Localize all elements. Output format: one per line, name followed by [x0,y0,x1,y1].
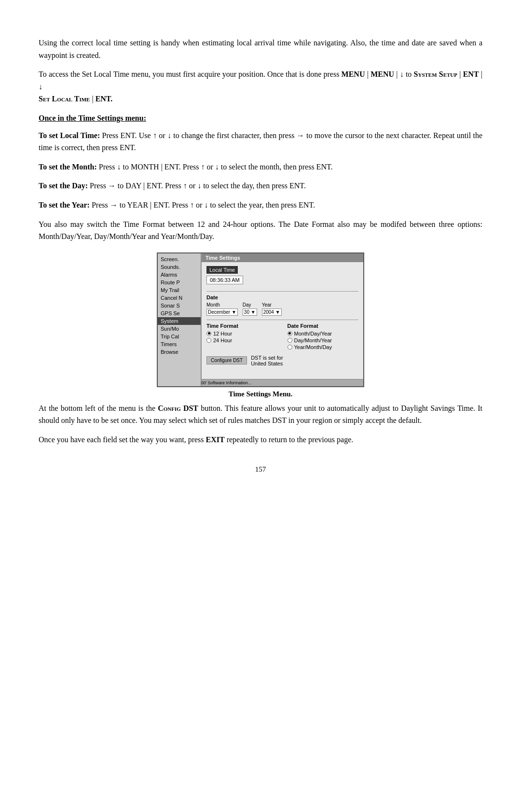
sidebar-item-tripcal: Trip Cal [158,333,201,340]
inst4-label: To set the Year: [39,201,90,209]
dst-text2: United States [251,361,283,366]
sidebar-item-cancel: Cancel N [158,294,201,302]
instruction-4: To set the Year: Press → to YEAR | ENT. … [39,199,482,211]
sidebar-item-gps: GPS Se [158,309,201,317]
date-format-col: Date Format Month/Day/Year Day/Month/Yea… [288,323,359,351]
screenshot-main-panel: Time Settings Local Time 08:36:33 AM Dat… [201,253,363,379]
time-12-row: 12 Hour [206,331,278,336]
p2-menu2: MENU [370,70,394,78]
inst4-text: Press → to YEAR | ENT. Press ↑ or ↓ to s… [90,201,315,209]
p2-sep2: | ↓ to [394,70,414,78]
divider-2 [206,320,358,320]
screenshot-titlebar: Time Settings [202,253,363,262]
screenshot-box: Screen. Sounds. Alarms Route P My Trail … [157,252,364,387]
month-label: Month [206,302,238,308]
instruction-3: To set the Day: Press → to DAY | ENT. Pr… [39,180,482,192]
paragraph-2: To access the Set Local Time menu, you m… [39,68,482,105]
p2-nl-sep: | [90,95,95,103]
inst3-label: To set the Day: [39,182,88,190]
menu-heading: Once in the Time Settings menu: [39,112,482,125]
inst3-text: Press → to DAY | ENT. Press ↑ or ↓ to se… [88,182,306,190]
sidebar-item-alarms: Alarms [158,271,201,279]
divider-1 [206,291,358,292]
sidebar-item-timers: Timers [158,340,201,348]
date-section-label: Date [206,294,358,300]
format-row: Time Format 12 Hour 24 Hour Date Format [206,323,358,351]
dst-text: DST is set for [251,355,283,361]
sidebar-item-screen: Screen. [158,255,201,263]
p2-text: To access the Set Local Time menu, you m… [39,70,342,78]
p2-menu1: MENU [342,70,365,78]
sidebar-item-system: System [158,317,201,325]
month-col: Month December ▼ [206,302,238,316]
sidebar-item-sonar: Sonar S [158,302,201,309]
date-fmt2-row: Day/Month/Year [288,337,359,343]
p2-ent2: ENT. [96,95,113,103]
configure-dst-button[interactable]: Configure DST [206,356,247,364]
radio-dmy[interactable] [288,338,292,343]
sidebar-item-sunmo: Sun/Mo [158,325,201,333]
day-select[interactable]: 30 ▼ [243,308,257,316]
inst2-label: To set the Month: [39,163,97,171]
inst1-label: To set Local Time: [39,131,100,140]
date-fmt3-row: Year/Month/Day [288,344,359,350]
year-value: 2004 [263,309,274,315]
radio-mdy[interactable] [288,331,292,336]
p4-configdst: Config DST [158,404,198,412]
p2-ent1: ENT [463,70,479,78]
time-format-label: Time Format [206,323,278,329]
date-fmt1-label: Month/Day/Year [294,331,332,336]
sidebar-item-mytrail: My Trail [158,286,201,294]
date-format-label: Date Format [288,323,359,329]
time-12-label: 12 Hour [213,331,232,336]
paragraph-4: At the bottom left of the menu is the Co… [39,402,482,427]
p2-sep1: | [365,70,370,78]
screenshot-sidebar: Screen. Sounds. Alarms Route P My Trail … [158,253,201,386]
month-select[interactable]: December ▼ [206,308,238,316]
paragraph-5: Once you have each field set the way you… [39,434,482,446]
sidebar-item-sounds: Sounds. [158,263,201,271]
radio-ymd[interactable] [288,345,292,350]
paragraph-3: You also may switch the Time Format betw… [39,218,482,243]
date-fmt2-label: Day/Month/Year [294,337,332,343]
p5-exit: EXIT [206,435,225,444]
p2-sep3: | [457,70,463,78]
local-time-value: 08:36:33 AM [206,276,243,284]
sidebar-item-routep: Route P [158,279,201,286]
month-value: December [208,309,230,315]
screenshot-container: Screen. Sounds. Alarms Route P My Trail … [39,252,482,398]
day-col: Day 30 ▼ [243,302,257,316]
instruction-1: To set Local Time: Press ENT. Use ↑ or ↓… [39,129,482,154]
p2-setlocaltime: Set Local Time [39,95,90,103]
page-number: 157 [39,465,482,474]
screenshot-caption: Time Settings Menu. [229,390,293,398]
radio-12hour[interactable] [206,331,211,336]
p2-syssetup: System Setup [414,70,457,78]
time-format-col: Time Format 12 Hour 24 Hour [206,323,278,351]
p5-pre: Once you have each field set the way you… [39,435,206,444]
p4-pre: At the bottom left of the menu is the [39,404,158,412]
day-label: Day [243,302,257,308]
date-fmt1-row: Month/Day/Year [288,331,359,336]
date-row: Month December ▼ Day 30 ▼ Year [206,302,358,316]
year-label: Year [262,302,282,308]
dst-info: DST is set for United States [251,355,283,366]
dst-row: Configure DST DST is set for United Stat… [206,355,358,366]
p5-text: repeatedly to return to the previous pag… [225,435,354,444]
radio-24hour[interactable] [206,338,211,343]
sidebar-item-browse: Browse [158,348,201,356]
instruction-2: To set the Month: Press ↓ to MONTH | ENT… [39,161,482,173]
inst2-text: Press ↓ to MONTH | ENT. Press ↑ or ↓ to … [97,163,333,171]
year-col: Year 2004 ▼ [262,302,282,316]
date-fmt3-label: Year/Month/Day [294,344,332,350]
screenshot-content: Local Time 08:36:33 AM Date Month Decemb… [202,262,363,370]
inst1-text: Press ENT. Use ↑ or ↓ to change the firs… [39,131,482,152]
year-select[interactable]: 2004 ▼ [262,308,282,316]
day-value: 30 [244,309,249,315]
local-time-label: Local Time [206,266,238,274]
paragraph-1: Using the correct local time setting is … [39,37,482,61]
time-24-label: 24 Hour [213,337,232,343]
time-24-row: 24 Hour [206,337,278,343]
